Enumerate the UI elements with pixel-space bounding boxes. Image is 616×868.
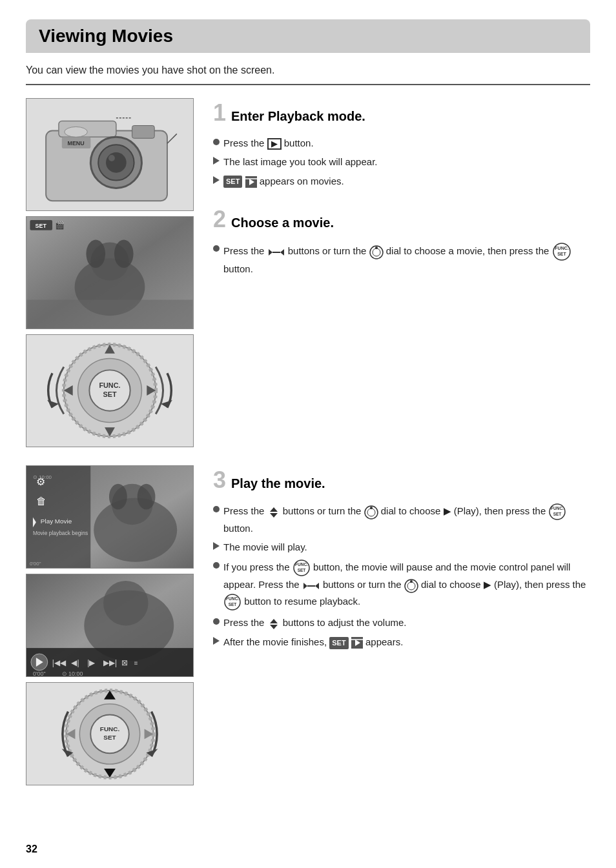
bullet-circle4 [213, 562, 220, 569]
step1-bullet3-text: SET appears on movies. [223, 174, 344, 188]
step1-bullet1: Press the ▶ button. [213, 136, 590, 150]
step2: 2 Choose a movie. Press the [213, 208, 590, 276]
svg-text:MENU: MENU [68, 140, 85, 146]
svg-text:SET: SET [36, 223, 47, 229]
dial-icon [369, 244, 384, 259]
page-number: 32 [26, 843, 37, 855]
step3-bullet4: Press the buttons to adjust the volume. [213, 615, 590, 631]
divider [26, 84, 590, 85]
svg-text:Play Movie: Play Movie [41, 518, 72, 525]
svg-text:Movie playback begins: Movie playback begins [33, 530, 88, 536]
svg-text:SET: SET [103, 390, 116, 398]
step1: 1 Enter Playback mode. Press the ▶ butto… [213, 101, 590, 188]
step2-bullet1-text: Press the buttons or turn the [223, 242, 590, 276]
arrow-ud-icon2 [267, 616, 280, 631]
svg-marker-91 [270, 513, 278, 518]
arrow-ud-icon [267, 504, 280, 519]
svg-text:|▶: |▶ [87, 658, 96, 667]
svg-point-6 [108, 155, 115, 161]
step3-bullet3: If you press the FUNC. SET button, the m… [213, 559, 590, 611]
step1-title: Enter Playback mode. [231, 109, 365, 124]
step3-section: ⚙ 🗑 Play Movie Movie playback begins 0'0… [26, 465, 590, 785]
svg-text:≡: ≡ [134, 660, 138, 667]
step3-bullet5-text: After the movie finishes, SET appears. [223, 634, 403, 649]
svg-text:🗑: 🗑 [36, 495, 46, 506]
svg-point-44 [375, 247, 378, 249]
subtitle: You can view the movies you have shot on… [26, 65, 590, 76]
svg-marker-39 [269, 249, 272, 256]
step3-content: Press the buttons or turn the [213, 503, 590, 649]
func-set-icon4: FUNC. SET [223, 593, 241, 611]
step3-bullet1: Press the buttons or turn the [213, 503, 590, 536]
svg-point-105 [407, 582, 415, 590]
func-set-icon: FUNC. SET [552, 242, 571, 261]
step3-title: Play the movie. [231, 476, 325, 491]
svg-text:0'00": 0'00" [33, 670, 46, 676]
step3-image2: |◀◀ ◀| |▶ ▶▶| ⊠ ≡ 0'00" ⊙ 10:00 [26, 574, 194, 677]
svg-text:FUNC.: FUNC. [555, 246, 568, 250]
bullet-arrow3 [213, 542, 220, 550]
step1-bullet3: SET appears on movies. [213, 174, 590, 188]
bullet-arrow2 [213, 176, 220, 184]
svg-marker-90 [270, 507, 278, 512]
svg-text:SET: SET [229, 602, 237, 607]
step1-number: 1 [213, 101, 226, 125]
svg-text:🎬: 🎬 [55, 221, 65, 230]
svg-text:⊙ 10:00: ⊙ 10:00 [62, 670, 83, 676]
bullet-arrow4 [213, 637, 220, 645]
svg-text:FUNC.: FUNC. [226, 596, 239, 601]
page: Viewing Movies You can view the movies y… [0, 0, 616, 868]
dial-icon3 [404, 578, 418, 593]
svg-marker-40 [280, 249, 284, 256]
svg-text:▶▶|: ▶▶| [103, 658, 117, 667]
svg-rect-22 [26, 300, 192, 328]
step3-bullet2-text: The movie will play. [223, 540, 307, 554]
step3-text: 3 Play the movie. Press the [213, 465, 590, 653]
bullet-arrow [213, 157, 220, 165]
step1-bullet1-text: Press the ▶ button. [223, 136, 314, 150]
steps-1-2-images: MENU [26, 98, 200, 447]
svg-point-65 [103, 581, 148, 625]
svg-text:⊠: ⊠ [121, 658, 128, 667]
svg-point-93 [367, 509, 375, 516]
svg-marker-110 [270, 619, 278, 623]
step2-image: SET 🎬 [26, 216, 194, 329]
step2-title: Choose a movie. [231, 216, 334, 230]
svg-point-9 [65, 126, 88, 137]
step2-bullet1: Press the buttons or turn the [213, 242, 590, 276]
svg-point-5 [106, 152, 127, 173]
playback-button-icon: ▶ [267, 138, 282, 150]
step3-bullet1-text: Press the buttons or turn the [223, 503, 590, 536]
svg-marker-102 [315, 583, 319, 589]
step1-content: Press the ▶ button. The last image you t… [213, 136, 590, 188]
svg-point-53 [138, 483, 156, 509]
svg-text:FUNC.: FUNC. [100, 725, 120, 732]
svg-text:0'00": 0'00" [30, 560, 41, 566]
page-title: Viewing Movies [39, 26, 577, 46]
svg-text:SET: SET [553, 512, 562, 516]
step3-image3: FUNC. SET [26, 682, 194, 785]
title-bar: Viewing Movies [26, 19, 590, 53]
set-badge: SET [223, 176, 242, 188]
step3-bullet4-text: Press the buttons to adjust the volume. [223, 615, 406, 631]
step2-number: 2 [213, 208, 226, 231]
svg-text:⊙ 10:00: ⊙ 10:00 [33, 474, 52, 479]
set-badge2: SET [329, 637, 348, 649]
step3-bullet3-text: If you press the FUNC. SET button, the m… [223, 559, 590, 611]
svg-text:SET: SET [297, 568, 305, 572]
step1-image: MENU [26, 98, 194, 211]
step3-number: 3 [213, 469, 226, 492]
steps-1-2-section: MENU [26, 98, 590, 447]
svg-marker-111 [270, 625, 278, 629]
svg-text:FUNC.: FUNC. [295, 562, 308, 567]
svg-text:SET: SET [103, 734, 116, 741]
arrow-lr-icon2 [302, 578, 320, 592]
svg-text:◀|: ◀| [71, 658, 79, 667]
steps-1-2-text: 1 Enter Playback mode. Press the ▶ butto… [213, 98, 590, 280]
step1-bullet2: The last image you took will appear. [213, 154, 590, 169]
step3-images: ⚙ 🗑 Play Movie Movie playback begins 0'0… [26, 465, 200, 785]
content-area: MENU [26, 98, 590, 785]
arrow-lr-icon [267, 244, 285, 259]
svg-point-18 [114, 240, 134, 268]
movie-badge-icon [245, 176, 257, 188]
